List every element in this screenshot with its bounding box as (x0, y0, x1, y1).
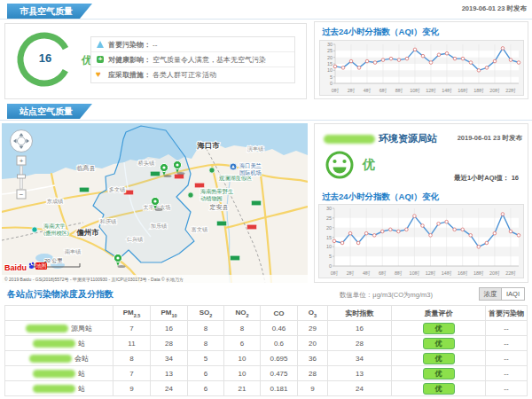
road-shield-red (195, 183, 205, 187)
city-chart-card: 过去24小时分指数（AQI）变化 0510152025300时2时4时6时8时1… (314, 21, 528, 99)
flask-icon (97, 41, 104, 48)
station-grade: 优 (363, 157, 375, 173)
poi-icon (209, 168, 215, 173)
divider (0, 120, 532, 121)
svg-text:6时: 6时 (379, 270, 387, 276)
svg-text:18时: 18时 (473, 270, 484, 276)
map-town-label: 和庆镇 (99, 218, 117, 224)
station-name-redaction (33, 385, 75, 393)
map-zoom-control[interactable]: + − (17, 156, 26, 199)
primary-pollutant-cell: -- (486, 381, 528, 396)
svg-text:16时: 16时 (458, 88, 468, 93)
pollutant-table: PM2.5PM10SO2NO2COO3实时指数质量评价首要污染物 源局站7168… (4, 305, 528, 396)
value-cell: 7 (113, 321, 151, 336)
unit-toggle-浓度[interactable]: 浓度 (479, 287, 502, 301)
grade-cell: 优 (392, 366, 486, 381)
map-poi-label: 海南大学 (43, 223, 66, 230)
road-shield-red (247, 224, 257, 229)
grade-cell: 优 (392, 321, 486, 336)
aqi-info-row: 首要污染物：-- (91, 37, 294, 52)
svg-text:15: 15 (327, 61, 332, 66)
svg-text:14时: 14时 (442, 88, 452, 93)
svg-text:地图: 地图 (36, 263, 47, 270)
value-cell: 8 (188, 321, 224, 336)
value-cell: 8 (188, 336, 224, 351)
unit-note: 数值单位：μg/m3(CO为mg/m3) (340, 291, 433, 300)
station-name-suffix: 站 (78, 340, 85, 348)
column-header: 首要污染物 (486, 306, 528, 321)
svg-text:+: + (20, 157, 24, 165)
svg-text:20时: 20时 (489, 270, 500, 276)
value-cell: 11 (113, 336, 151, 351)
grade-badge: 优 (423, 338, 455, 349)
station-publish-time: 2019-06-01 23 时发布 (458, 134, 522, 143)
station-name: 环境资源局站 (379, 132, 437, 145)
svg-text:8时: 8时 (395, 270, 403, 276)
value-cell: 34 (328, 351, 392, 366)
svg-text:2时: 2时 (348, 88, 356, 93)
aqi-info-box: 首要污染物：--对健康影响：空气质量令人满意，基本无空气污染应采取措施：各类人群… (90, 36, 295, 83)
map-city-label: 儋州市 (75, 228, 99, 237)
column-header: NO2 (224, 306, 261, 321)
column-header: 质量评价 (392, 306, 486, 321)
value-cell: 20 (298, 336, 328, 351)
svg-text:6时: 6时 (379, 88, 387, 93)
road-shield-green (80, 187, 90, 192)
map-pan-control[interactable] (11, 130, 33, 153)
value-cell: 0.6 (261, 336, 298, 351)
map-town-label: 仁兴镇 (127, 236, 144, 242)
table-title: 各站点污染物浓度及分指数 (7, 288, 113, 301)
station-column-header (5, 306, 113, 321)
value-cell: 16 (328, 321, 392, 336)
city-chart-title: 过去24小时分指数（AQI）变化 (322, 27, 439, 38)
map-town-label: 桥头镇 (137, 160, 155, 166)
table-row: 会站8345100.6953634优-- (5, 351, 528, 366)
map-poi-label: 观澜湖度假区 (218, 175, 252, 182)
tab-station-label: 站点空气质量 (20, 106, 73, 116)
tab-station-air-quality: 站点空气质量 (7, 104, 92, 119)
value-cell: 0.46 (261, 321, 298, 336)
grade-badge: 优 (423, 368, 455, 379)
svg-text:25: 25 (327, 48, 332, 53)
latest-aqi: 最近1小时AQI值： 16 (454, 174, 519, 183)
svg-text:22时: 22时 (505, 88, 516, 93)
map-county-label: 定安县 (210, 204, 229, 211)
unit-toggle-IAQI[interactable]: IAQI (502, 287, 525, 301)
value-cell: 28 (151, 336, 188, 351)
info-value: -- (153, 41, 157, 49)
unit-toggle-group: 浓度IAQI (479, 287, 525, 301)
poi-icon (32, 227, 37, 232)
value-cell: 6 (224, 336, 261, 351)
svg-text:14时: 14时 (442, 270, 452, 276)
value-cell: 36 (298, 351, 328, 366)
smiley-face-icon (324, 149, 356, 181)
value-cell: 29 (298, 321, 328, 336)
svg-text:国际机场: 国际机场 (239, 169, 262, 176)
table-header-row: PM2.5PM10SO2NO2COO3实时指数质量评价首要污染物 (5, 306, 528, 321)
city-aqi-24h-chart: 0510152025300时2时4时6时8时10时12时14时16时18时20时… (319, 40, 524, 96)
svg-text:12时: 12时 (426, 270, 436, 276)
poi-icon (188, 192, 193, 198)
value-cell: 16 (151, 321, 188, 336)
station-name-redaction (26, 325, 68, 332)
value-cell: 10 (224, 351, 261, 366)
health-plus-icon (97, 56, 104, 63)
svg-text:Baidu: Baidu (4, 263, 27, 272)
svg-text:20: 20 (327, 55, 332, 60)
station-name-redaction (33, 340, 75, 348)
svg-text:10时: 10时 (410, 270, 420, 276)
latest-aqi-value: 16 (512, 174, 519, 182)
svg-text:0: 0 (329, 263, 332, 269)
column-header: PM10 (151, 306, 188, 321)
svg-text:20: 20 (326, 225, 332, 231)
value-cell: 0.695 (261, 351, 298, 366)
svg-text:16时: 16时 (458, 270, 468, 276)
station-name-cell: 站 (5, 366, 113, 381)
column-header: PM2.5 (113, 306, 151, 321)
station-chart-title: 过去24小时分指数（AQI）变化 (322, 192, 439, 203)
table-row: 站9246210.181924优-- (5, 381, 528, 396)
station-name-suffix: 站 (78, 385, 85, 393)
info-label: 首要污染物： (108, 40, 151, 50)
svg-text:18时: 18时 (473, 88, 484, 93)
station-map[interactable]: 海口市儋州市临高县定安县桥头镇多文镇东成镇和庆镇仁兴镇南丰镇加乐镇太平乡农场富文… (2, 123, 308, 283)
